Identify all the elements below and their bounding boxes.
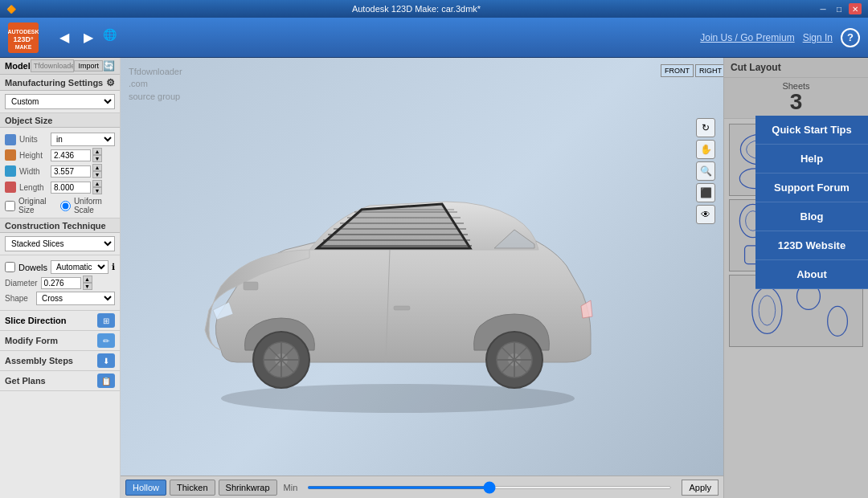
assembly-steps-button[interactable]: ⬇ <box>97 353 115 368</box>
viewport-tools: ↻ ✋ 🔍 ⬛ 👁 <box>696 118 715 224</box>
object-size-header: Object Size <box>0 113 120 128</box>
car-model <box>157 125 639 431</box>
length-input[interactable] <box>51 182 91 194</box>
menu-help[interactable]: Help <box>755 145 868 173</box>
manufacturing-select[interactable]: Custom <box>5 94 115 109</box>
logo-area: AUTODESK 123D° MAKE <box>8 22 39 53</box>
toolbar-nav: ◀ ▶ 🌐 <box>55 28 117 47</box>
apply-button[interactable]: Apply <box>682 480 719 496</box>
refresh-icon[interactable]: 🔄 <box>103 60 115 71</box>
units-icon <box>5 134 16 145</box>
svg-text:123D°: 123D° <box>13 35 34 43</box>
minimize-button[interactable]: ─ <box>817 3 829 14</box>
sheets-count: 3 <box>731 91 862 113</box>
shape-select[interactable]: Cross <box>36 292 115 305</box>
construction-technique-select[interactable]: Stacked Slices <box>5 236 115 251</box>
length-up[interactable]: ▲ <box>92 180 102 187</box>
slice-direction-label: Slice Direction <box>5 316 66 325</box>
modify-form-button[interactable]: ✏ <box>97 333 115 348</box>
nav-cube-front[interactable]: FRONT <box>661 64 694 77</box>
length-down[interactable]: ▼ <box>92 187 102 194</box>
menu-blog[interactable]: Blog <box>755 202 868 231</box>
height-up[interactable]: ▲ <box>92 148 102 155</box>
titlebar-controls: ─ □ ✕ <box>817 3 862 14</box>
maximize-button[interactable]: □ <box>833 3 845 14</box>
min-label: Min <box>284 483 298 492</box>
car-svg <box>157 125 639 414</box>
dowels-select[interactable]: Automatic <box>51 260 108 274</box>
original-size-checkbox[interactable] <box>5 201 15 211</box>
height-down[interactable]: ▼ <box>92 155 102 162</box>
dowels-info-icon[interactable]: ℹ <box>112 262 115 272</box>
dowels-checkbox[interactable] <box>5 262 15 272</box>
gear-icon[interactable]: ⚙ <box>106 77 115 88</box>
signin-link[interactable]: Sign In <box>803 32 833 43</box>
zoom-tool[interactable]: 🔍 <box>696 161 715 181</box>
length-input-group: ▲ ▼ <box>51 180 102 194</box>
length-row: Length ▲ ▼ <box>5 180 115 194</box>
assembly-steps-row: Assembly Steps ⬇ <box>0 351 120 371</box>
hollow-button[interactable]: Hollow <box>125 480 166 496</box>
diameter-up[interactable]: ▲ <box>83 276 92 283</box>
uniform-scale-radio[interactable] <box>60 201 71 211</box>
units-select[interactable]: in <box>51 133 115 146</box>
shrinkwrap-button[interactable]: Shrinkwrap <box>219 480 277 496</box>
width-up[interactable]: ▲ <box>92 164 102 171</box>
help-button[interactable]: ? <box>841 28 860 47</box>
diameter-down[interactable]: ▼ <box>83 283 92 290</box>
height-input-group: ▲ ▼ <box>51 148 102 162</box>
globe-icon[interactable]: 🌐 <box>103 28 117 47</box>
manufacturing-custom-row: Custom <box>0 91 120 113</box>
join-premium-link[interactable]: Join Us / Go Premium <box>700 32 794 43</box>
menu-about[interactable]: About <box>755 260 868 289</box>
left-panel: Model Tfdownloader Import 🔄 Manufacturin… <box>0 58 121 498</box>
height-icon <box>5 149 16 161</box>
uniform-scale-label[interactable]: Uniform Scale <box>60 197 115 214</box>
construction-technique-header: Construction Technique <box>0 218 120 233</box>
width-spinners: ▲ ▼ <box>92 164 102 178</box>
get-plans-button[interactable]: 📋 <box>97 374 115 388</box>
forward-button[interactable]: ▶ <box>79 28 98 47</box>
back-button[interactable]: ◀ <box>55 28 74 47</box>
length-icon <box>5 182 16 193</box>
height-row: Height ▲ ▼ <box>5 148 115 162</box>
viewport: Tfdownloader .com source group FRONT RIG… <box>121 58 723 498</box>
diameter-spinners: ▲ ▼ <box>83 276 92 290</box>
app-icon: 🔶 <box>6 5 16 14</box>
model-label: Model <box>5 61 31 71</box>
main-area: Model Tfdownloader Import 🔄 Manufacturin… <box>0 58 868 498</box>
close-button[interactable]: ✕ <box>849 3 862 14</box>
rotate-tool[interactable]: ↻ <box>696 118 715 137</box>
toolbar-right: Join Us / Go Premium Sign In ? <box>700 28 860 47</box>
height-spinners: ▲ ▼ <box>92 148 102 162</box>
assembly-steps-label: Assembly Steps <box>5 356 73 365</box>
thicken-button[interactable]: Thicken <box>170 480 215 496</box>
menu-quick-start-tips[interactable]: Quick Start Tips <box>755 116 868 145</box>
titlebar: 🔶 Autodesk 123D Make: car.3dmk* ─ □ ✕ <box>0 0 868 18</box>
import-button[interactable]: Import <box>74 60 103 71</box>
height-input[interactable] <box>51 149 91 161</box>
width-input[interactable] <box>51 165 91 178</box>
width-input-group: ▲ ▼ <box>51 164 102 178</box>
manufacturing-settings-header: Manufacturing Settings ⚙ <box>0 75 120 91</box>
modify-form-row: Modify Form ✏ <box>0 331 120 351</box>
get-plans-label: Get Plans <box>5 376 46 386</box>
nav-cube-right[interactable]: RIGHT <box>695 64 723 77</box>
diameter-input[interactable] <box>41 277 81 289</box>
nav-cube: FRONT RIGHT <box>661 64 717 112</box>
width-down[interactable]: ▼ <box>92 171 102 178</box>
svg-text:AUTODESK: AUTODESK <box>8 29 39 35</box>
model-filename: Tfdownloader <box>31 59 75 72</box>
shape-row: Shape Cross <box>5 292 115 305</box>
diameter-row: Diameter ▲ ▼ <box>5 276 115 290</box>
eye-tool[interactable]: 👁 <box>696 205 715 224</box>
menu-support-forum[interactable]: Support Forum <box>755 173 868 202</box>
construction-technique-section: Stacked Slices <box>0 233 120 255</box>
frame-tool[interactable]: ⬛ <box>696 183 715 202</box>
thickness-slider[interactable] <box>307 486 672 489</box>
menu-123d-website[interactable]: 123D Website <box>755 231 868 260</box>
pan-tool[interactable]: ✋ <box>696 140 715 159</box>
get-plans-row: Get Plans 📋 <box>0 371 120 391</box>
original-size-label[interactable]: Original Size <box>5 197 55 214</box>
slice-direction-button[interactable]: ⊞ <box>97 313 115 328</box>
